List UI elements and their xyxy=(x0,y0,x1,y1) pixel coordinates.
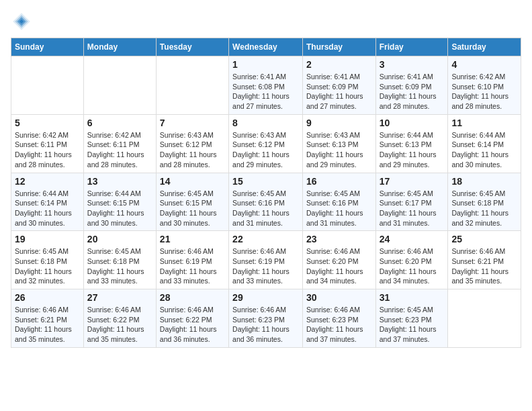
logo-icon xyxy=(11,11,32,32)
calendar-cell: 17Sunrise: 6:45 AMSunset: 6:17 PMDayligh… xyxy=(375,173,448,231)
cell-info-text: Sunrise: 6:45 AMSunset: 6:18 PMDaylight:… xyxy=(87,246,152,286)
calendar-cell: 7Sunrise: 6:43 AMSunset: 6:12 PMDaylight… xyxy=(156,114,228,173)
cell-info-text: Sunrise: 6:41 AMSunset: 6:09 PMDaylight:… xyxy=(380,72,445,111)
calendar-cell: 12Sunrise: 6:44 AMSunset: 6:14 PMDayligh… xyxy=(11,173,84,231)
cell-day-number: 23 xyxy=(306,234,372,244)
calendar-cell: 8Sunrise: 6:43 AMSunset: 6:12 PMDaylight… xyxy=(229,114,303,173)
cell-day-number: 5 xyxy=(15,118,80,128)
calendar-cell: 13Sunrise: 6:44 AMSunset: 6:15 PMDayligh… xyxy=(83,173,156,231)
cell-info-text: Sunrise: 6:43 AMSunset: 6:12 PMDaylight:… xyxy=(232,130,299,170)
cell-info-text: Sunrise: 6:46 AMSunset: 6:22 PMDaylight:… xyxy=(160,305,225,345)
cell-day-number: 28 xyxy=(160,292,225,303)
cell-info-text: Sunrise: 6:46 AMSunset: 6:22 PMDaylight:… xyxy=(87,305,152,345)
calendar-cell: 21Sunrise: 6:46 AMSunset: 6:19 PMDayligh… xyxy=(156,231,228,289)
cell-day-number: 31 xyxy=(380,292,445,303)
cell-day-number: 12 xyxy=(15,176,80,187)
cell-info-text: Sunrise: 6:45 AMSunset: 6:16 PMDaylight:… xyxy=(232,189,299,228)
cell-info-text: Sunrise: 6:42 AMSunset: 6:11 PMDaylight:… xyxy=(15,130,80,170)
cell-info-text: Sunrise: 6:46 AMSunset: 6:19 PMDaylight:… xyxy=(160,246,225,286)
calendar-cell: 15Sunrise: 6:45 AMSunset: 6:16 PMDayligh… xyxy=(229,173,303,231)
cell-day-number: 11 xyxy=(451,118,517,128)
cell-day-number: 2 xyxy=(306,59,372,70)
calendar-cell: 31Sunrise: 6:45 AMSunset: 6:23 PMDayligh… xyxy=(375,289,448,348)
calendar-cell: 26Sunrise: 6:46 AMSunset: 6:21 PMDayligh… xyxy=(11,289,84,348)
cell-info-text: Sunrise: 6:42 AMSunset: 6:11 PMDaylight:… xyxy=(87,130,152,170)
calendar-cell: 9Sunrise: 6:43 AMSunset: 6:13 PMDaylight… xyxy=(302,114,375,173)
cell-day-number: 13 xyxy=(87,176,152,187)
calendar-cell: 19Sunrise: 6:45 AMSunset: 6:18 PMDayligh… xyxy=(11,231,84,289)
cell-info-text: Sunrise: 6:41 AMSunset: 6:08 PMDaylight:… xyxy=(232,72,299,111)
calendar-cell: 27Sunrise: 6:46 AMSunset: 6:22 PMDayligh… xyxy=(83,289,156,348)
cell-info-text: Sunrise: 6:44 AMSunset: 6:13 PMDaylight:… xyxy=(380,130,445,170)
col-header-monday: Monday xyxy=(83,38,156,56)
cell-day-number: 25 xyxy=(451,234,517,244)
calendar-cell: 22Sunrise: 6:46 AMSunset: 6:19 PMDayligh… xyxy=(229,231,303,289)
cell-info-text: Sunrise: 6:46 AMSunset: 6:23 PMDaylight:… xyxy=(232,305,299,345)
col-header-sunday: Sunday xyxy=(11,38,84,56)
cell-day-number: 9 xyxy=(306,118,372,128)
cell-info-text: Sunrise: 6:45 AMSunset: 6:23 PMDaylight:… xyxy=(380,305,445,345)
cell-day-number: 24 xyxy=(380,234,445,244)
calendar-cell xyxy=(83,56,156,115)
calendar-cell: 18Sunrise: 6:45 AMSunset: 6:18 PMDayligh… xyxy=(448,173,521,231)
cell-day-number: 17 xyxy=(380,176,445,187)
calendar-cell: 5Sunrise: 6:42 AMSunset: 6:11 PMDaylight… xyxy=(11,114,84,173)
cell-day-number: 10 xyxy=(380,118,445,128)
calendar-cell: 2Sunrise: 6:41 AMSunset: 6:09 PMDaylight… xyxy=(302,56,375,115)
cell-day-number: 14 xyxy=(160,176,225,187)
cell-day-number: 8 xyxy=(232,118,299,128)
calendar-cell: 10Sunrise: 6:44 AMSunset: 6:13 PMDayligh… xyxy=(375,114,448,173)
calendar-cell: 11Sunrise: 6:44 AMSunset: 6:14 PMDayligh… xyxy=(448,114,521,173)
calendar-cell: 29Sunrise: 6:46 AMSunset: 6:23 PMDayligh… xyxy=(229,289,303,348)
cell-day-number: 21 xyxy=(160,234,225,244)
logo xyxy=(11,11,35,32)
col-header-wednesday: Wednesday xyxy=(229,38,303,56)
cell-day-number: 4 xyxy=(451,59,517,70)
cell-day-number: 19 xyxy=(15,234,80,244)
calendar-cell: 16Sunrise: 6:45 AMSunset: 6:16 PMDayligh… xyxy=(302,173,375,231)
cell-day-number: 15 xyxy=(232,176,299,187)
cell-day-number: 3 xyxy=(380,59,445,70)
calendar-cell xyxy=(11,56,84,115)
cell-info-text: Sunrise: 6:45 AMSunset: 6:17 PMDaylight:… xyxy=(380,189,445,228)
cell-info-text: Sunrise: 6:42 AMSunset: 6:10 PMDaylight:… xyxy=(451,72,517,111)
cell-day-number: 29 xyxy=(232,292,299,303)
cell-info-text: Sunrise: 6:43 AMSunset: 6:13 PMDaylight:… xyxy=(306,130,372,170)
calendar-cell: 25Sunrise: 6:46 AMSunset: 6:21 PMDayligh… xyxy=(448,231,521,289)
col-header-tuesday: Tuesday xyxy=(156,38,228,56)
cell-info-text: Sunrise: 6:44 AMSunset: 6:15 PMDaylight:… xyxy=(87,189,152,228)
cell-day-number: 30 xyxy=(306,292,372,303)
cell-info-text: Sunrise: 6:46 AMSunset: 6:19 PMDaylight:… xyxy=(232,246,299,286)
calendar-cell: 1Sunrise: 6:41 AMSunset: 6:08 PMDaylight… xyxy=(229,56,303,115)
cell-day-number: 18 xyxy=(451,176,517,187)
calendar-table: SundayMondayTuesdayWednesdayThursdayFrid… xyxy=(11,38,521,348)
cell-info-text: Sunrise: 6:46 AMSunset: 6:23 PMDaylight:… xyxy=(306,305,372,345)
cell-info-text: Sunrise: 6:44 AMSunset: 6:14 PMDaylight:… xyxy=(451,130,517,170)
calendar-cell: 20Sunrise: 6:45 AMSunset: 6:18 PMDayligh… xyxy=(83,231,156,289)
calendar-cell: 24Sunrise: 6:46 AMSunset: 6:20 PMDayligh… xyxy=(375,231,448,289)
calendar-cell: 6Sunrise: 6:42 AMSunset: 6:11 PMDaylight… xyxy=(83,114,156,173)
cell-info-text: Sunrise: 6:46 AMSunset: 6:21 PMDaylight:… xyxy=(451,246,517,286)
col-header-thursday: Thursday xyxy=(302,38,375,56)
cell-day-number: 27 xyxy=(87,292,152,303)
calendar-cell xyxy=(156,56,228,115)
calendar-cell: 14Sunrise: 6:45 AMSunset: 6:15 PMDayligh… xyxy=(156,173,228,231)
calendar-cell: 4Sunrise: 6:42 AMSunset: 6:10 PMDaylight… xyxy=(448,56,521,115)
calendar-cell: 3Sunrise: 6:41 AMSunset: 6:09 PMDaylight… xyxy=(375,56,448,115)
cell-info-text: Sunrise: 6:46 AMSunset: 6:21 PMDaylight:… xyxy=(15,305,80,345)
page-header xyxy=(11,11,521,32)
cell-day-number: 26 xyxy=(15,292,80,303)
cell-day-number: 20 xyxy=(87,234,152,244)
calendar-cell: 28Sunrise: 6:46 AMSunset: 6:22 PMDayligh… xyxy=(156,289,228,348)
calendar-cell xyxy=(448,289,521,348)
calendar-cell: 30Sunrise: 6:46 AMSunset: 6:23 PMDayligh… xyxy=(302,289,375,348)
cell-info-text: Sunrise: 6:45 AMSunset: 6:16 PMDaylight:… xyxy=(306,189,372,228)
cell-info-text: Sunrise: 6:45 AMSunset: 6:18 PMDaylight:… xyxy=(15,246,80,286)
calendar-cell: 23Sunrise: 6:46 AMSunset: 6:20 PMDayligh… xyxy=(302,231,375,289)
cell-info-text: Sunrise: 6:45 AMSunset: 6:15 PMDaylight:… xyxy=(160,189,225,228)
cell-day-number: 7 xyxy=(160,118,225,128)
cell-info-text: Sunrise: 6:41 AMSunset: 6:09 PMDaylight:… xyxy=(306,72,372,111)
cell-info-text: Sunrise: 6:44 AMSunset: 6:14 PMDaylight:… xyxy=(15,189,80,228)
col-header-friday: Friday xyxy=(375,38,448,56)
cell-day-number: 1 xyxy=(232,59,299,70)
